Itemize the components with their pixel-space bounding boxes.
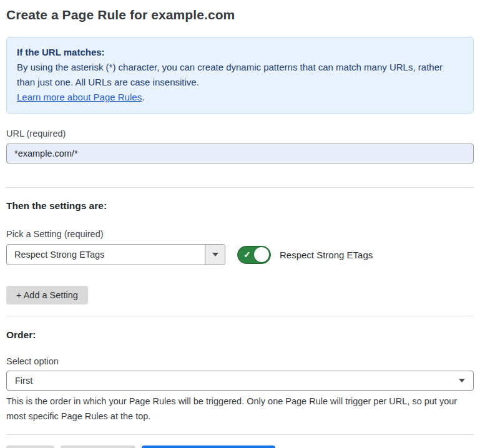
footer-button-row: Cancel Save as Draft Save and Deploy Pag… (6, 446, 474, 448)
info-box-body: By using the asterisk (*) character, you… (17, 60, 463, 90)
create-page-rule-form: Create a Page Rule for example.com If th… (0, 0, 480, 448)
setting-select-arrow-button[interactable] (205, 245, 225, 265)
footer-divider (6, 434, 474, 435)
learn-more-link[interactable]: Learn more about Page Rules (17, 92, 142, 102)
order-section-heading: Order: (6, 329, 474, 341)
cancel-button[interactable]: Cancel (6, 446, 54, 448)
setting-row: Respect Strong ETags ✓ Respect Strong ET… (6, 244, 474, 265)
info-box-link-line: Learn more about Page Rules. (17, 90, 463, 105)
link-suffix: . (142, 92, 144, 102)
settings-section-heading: Then the settings are: (6, 200, 474, 212)
toggle-label: Respect Strong ETags (280, 250, 373, 260)
section-divider (6, 187, 474, 188)
toggle-knob (254, 247, 269, 262)
order-help-text: This is the order in which your Page Rul… (6, 394, 474, 424)
chevron-down-icon (459, 379, 465, 382)
order-select-value: First (15, 376, 32, 386)
check-icon: ✓ (243, 250, 251, 259)
url-input[interactable] (6, 144, 474, 163)
setting-picker-label: Pick a Setting (required) (6, 229, 474, 239)
chevron-down-icon (212, 253, 218, 256)
url-field-label: URL (required) (6, 129, 474, 139)
setting-select-value: Respect Strong ETags (7, 245, 205, 265)
setting-select[interactable]: Respect Strong ETags (6, 244, 225, 265)
save-as-draft-button[interactable]: Save as Draft (61, 446, 135, 448)
setting-toggle-group: ✓ Respect Strong ETags (237, 246, 373, 264)
url-match-info-box: If the URL matches: By using the asteris… (6, 37, 474, 114)
section-divider (6, 316, 474, 316)
order-select[interactable]: First (6, 371, 474, 391)
order-select-label: Select option (6, 356, 474, 366)
add-setting-button[interactable]: + Add a Setting (6, 286, 88, 304)
save-and-deploy-button[interactable]: Save and Deploy Page Rule (142, 446, 275, 448)
respect-strong-etags-toggle[interactable]: ✓ (237, 246, 271, 264)
page-title: Create a Page Rule for example.com (6, 7, 474, 22)
info-box-heading: If the URL matches: (17, 45, 463, 60)
